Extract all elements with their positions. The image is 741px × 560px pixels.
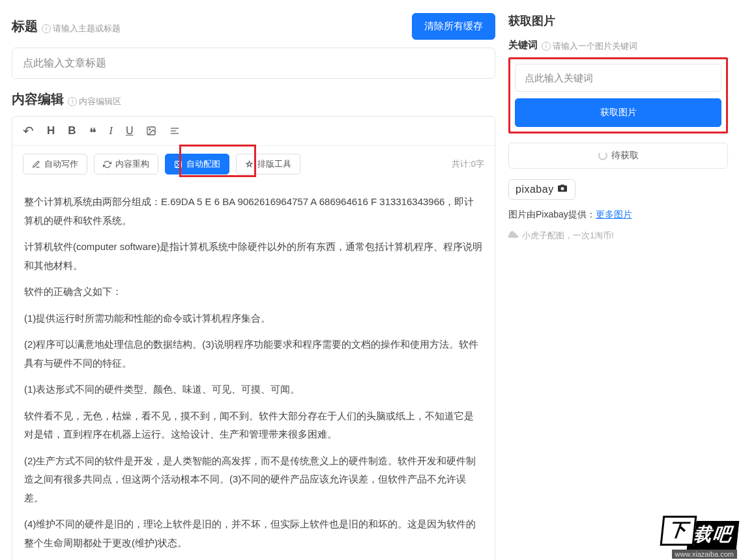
undo-icon[interactable]: ↶ [23,123,34,139]
cloud-icon [508,231,519,240]
image-credit: 图片由Pixabay提供：更多图片 [508,209,728,221]
image-icon[interactable] [146,126,156,136]
more-images-link[interactable]: 更多图片 [596,209,632,219]
article-title-input[interactable] [12,48,495,79]
camera-icon [557,184,568,195]
content-paragraph: (2)程序可以满意地处理信息的数据结构。(3)说明程序功能要求和程序需要的文档的… [24,335,483,372]
svg-point-6 [177,162,178,163]
restructure-button[interactable]: 内容重构 [94,154,158,175]
keyword-input[interactable] [515,64,721,92]
pending-status[interactable]: 待获取 [508,143,728,169]
sidebar: 获取图片 关键词 i 请输入一个图片关键词 获取图片 待获取 pixabay 图… [508,13,734,547]
content-paragraph: (2)生产方式不同的软件是开发，是人类智能的高发挥，而不是传统意义上的硬件制造。… [24,452,483,508]
watermark: 载吧 下 www.xiazaiba.com [633,511,741,560]
content-paragraph: (1)表达形式不同的硬件类型、颜色、味道、可见、可摸、可闻。 [24,380,483,399]
underline-button[interactable]: U [126,125,134,137]
heading-button[interactable]: H [47,124,55,137]
tools-toolbar: 自动写作 内容重构 自动配图 排版工具 共计:0字 [12,146,495,182]
highlight-marker: 获取图片 [508,57,728,133]
content-section-label: 内容编辑 [12,91,64,108]
fetch-image-button[interactable]: 获取图片 [515,98,721,127]
italic-button[interactable]: I [109,125,113,137]
info-icon: i [68,97,77,106]
keyword-label: 关键词 [508,39,538,51]
auto-write-button[interactable]: 自动写作 [23,154,87,175]
bold-button[interactable]: B [68,124,76,137]
info-icon: i [542,42,551,51]
content-paragraph: (4)维护不同的硬件是旧的，理论上软件是旧的，并不坏，但实际上软件也是旧的和坏的… [24,515,483,552]
svg-point-1 [149,129,151,130]
title-section-hint: 请输入主题或标题 [53,23,121,35]
formatting-toolbar: ↶ H B ❝ I U [12,117,495,146]
sidebar-title: 获取图片 [508,13,728,29]
content-section-hint: 内容编辑区 [79,96,121,107]
content-paragraph: 软件的正确含义如下： [24,283,483,301]
svg-point-7 [560,187,564,190]
editor-panel: ↶ H B ❝ I U 自动写作 内 [12,116,495,560]
content-paragraph: 计算机软件(computer software)是指计算机系统中除硬件以外的所有… [24,238,483,275]
info-icon: i [42,24,51,33]
word-count: 共计:0字 [452,158,484,170]
align-left-icon[interactable] [169,126,180,136]
clear-cache-button[interactable]: 清除所有缓存 [412,13,495,40]
content-paragraph: 软件看不见，无色，枯燥，看不见，摸不到，闻不到。软件大部分存在于人们的头脑或纸上… [24,407,483,444]
quote-icon[interactable]: ❝ [89,130,96,136]
layout-tool-button[interactable]: 排版工具 [236,154,300,175]
content-paragraph: (1)提供运行时所需功能和性能的命令或计算机程序集合。 [24,309,483,328]
title-section-label: 标题 [12,18,38,35]
promo-text: 小虎子配图，一次1淘币! [508,230,728,242]
pixabay-badge: pixabay [508,179,575,200]
content-paragraph: 整个计算机系统由两部分组成：E.69DA 5 E 6 BA 9062616964… [24,193,483,230]
auto-image-button[interactable]: 自动配图 [165,154,229,175]
main-column: 标题 i 请输入主题或标题 清除所有缓存 内容编辑 i 内容编辑区 ↶ H B … [12,13,495,547]
spinner-icon [598,151,607,160]
keyword-hint: 请输入一个图片关键词 [553,40,637,52]
editor-content[interactable]: 整个计算机系统由两部分组成：E.69DA 5 E 6 BA 9062616964… [12,182,495,560]
